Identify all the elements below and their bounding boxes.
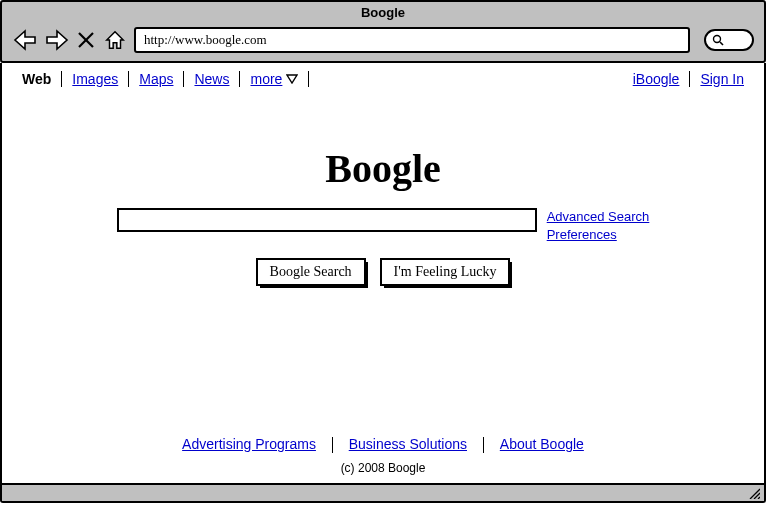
logo: Boogle — [2, 145, 764, 192]
lucky-button[interactable]: I'm Feeling Lucky — [380, 258, 511, 286]
svg-line-3 — [720, 42, 723, 45]
nav-tab-more[interactable]: more — [240, 71, 309, 87]
footer-link-biz[interactable]: Business Solutions — [337, 436, 479, 452]
svg-line-6 — [758, 497, 760, 499]
footer-link-ads[interactable]: Advertising Programs — [170, 436, 328, 452]
advanced-search-link[interactable]: Advanced Search — [547, 208, 650, 226]
page-content: Web Images Maps News more iBoogle Sign I… — [0, 63, 766, 503]
dropdown-icon — [286, 71, 298, 87]
nav-link-signin[interactable]: Sign In — [690, 71, 754, 87]
nav-tab-news[interactable]: News — [184, 71, 240, 87]
preferences-link[interactable]: Preferences — [547, 226, 650, 244]
home-button[interactable] — [102, 28, 128, 52]
resize-grip-icon[interactable] — [748, 487, 760, 499]
browser-search-button[interactable] — [704, 29, 754, 51]
top-nav: Web Images Maps News more iBoogle Sign I… — [2, 63, 764, 95]
divider — [483, 437, 484, 453]
nav-tab-images[interactable]: Images — [62, 71, 129, 87]
window-title: Boogle — [2, 2, 764, 23]
nav-tab-maps[interactable]: Maps — [129, 71, 184, 87]
search-button[interactable]: Boogle Search — [256, 258, 366, 286]
browser-chrome: Boogle — [0, 0, 766, 63]
forward-button[interactable] — [44, 28, 70, 52]
browser-toolbar — [2, 23, 764, 61]
footer-links: Advertising Programs Business Solutions … — [2, 436, 764, 453]
status-bar — [2, 483, 764, 501]
main-area: Boogle Advanced Search Preferences Boogl… — [2, 95, 764, 286]
search-input[interactable] — [117, 208, 537, 232]
copyright: (c) 2008 Boogle — [2, 461, 764, 475]
divider — [332, 437, 333, 453]
footer-link-about[interactable]: About Boogle — [488, 436, 596, 452]
nav-link-iboogle[interactable]: iBoogle — [623, 71, 691, 87]
search-icon — [712, 34, 724, 46]
search-side-links: Advanced Search Preferences — [547, 208, 650, 244]
svg-point-2 — [714, 36, 721, 43]
nav-tab-web[interactable]: Web — [12, 71, 62, 87]
url-input[interactable] — [134, 27, 690, 53]
stop-button[interactable] — [76, 28, 96, 52]
back-button[interactable] — [12, 28, 38, 52]
